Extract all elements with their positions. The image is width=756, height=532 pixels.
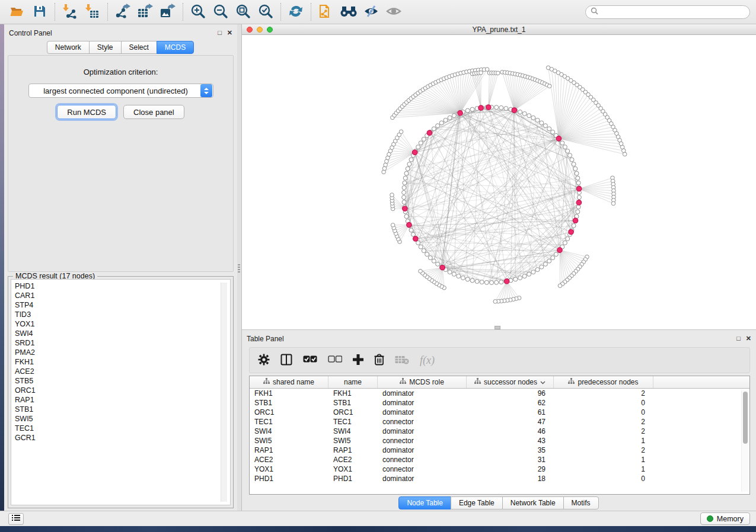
ring-node[interactable]: [572, 162, 576, 166]
ring-node[interactable]: [425, 252, 429, 257]
ring-node[interactable]: [402, 196, 406, 200]
tab-mcds[interactable]: MCDS: [157, 41, 194, 54]
ring-node[interactable]: [452, 272, 456, 276]
optimization-criterion-select[interactable]: largest connected component (undirected): [28, 84, 213, 98]
ring-node[interactable]: [436, 262, 440, 266]
ring-node[interactable]: [422, 137, 426, 141]
mcds-node[interactable]: [427, 130, 432, 135]
result-list-scrollbar[interactable]: [221, 283, 227, 502]
mcds-node[interactable]: [505, 279, 509, 284]
mcds-result-item[interactable]: STP4: [15, 300, 230, 310]
ring-node[interactable]: [448, 270, 452, 274]
table-tab-motifs[interactable]: Motifs: [563, 496, 599, 509]
ring-node[interactable]: [448, 116, 452, 120]
leaf-node[interactable]: [485, 68, 489, 72]
mcds-result-item[interactable]: SWI5: [15, 414, 230, 424]
first-neighbors-button[interactable]: [337, 2, 360, 22]
ring-node[interactable]: [522, 274, 527, 278]
leaf-node[interactable]: [611, 201, 615, 206]
ring-node[interactable]: [575, 171, 579, 175]
ring-node[interactable]: [475, 280, 479, 284]
mcds-result-item[interactable]: TEC1: [15, 424, 230, 433]
column-header-successor-nodes[interactable]: successor nodes: [467, 376, 554, 388]
ring-node[interactable]: [402, 190, 406, 194]
ring-node[interactable]: [531, 270, 535, 274]
ring-node[interactable]: [407, 162, 412, 166]
ring-node[interactable]: [547, 259, 551, 263]
table-row[interactable]: FKH1FKH1dominator962: [250, 389, 749, 398]
ring-node[interactable]: [504, 107, 508, 111]
ring-node[interactable]: [495, 280, 499, 284]
ring-node[interactable]: [566, 237, 570, 241]
mcds-node[interactable]: [403, 206, 407, 211]
mcds-result-item[interactable]: PHD1: [15, 281, 230, 291]
tab-style[interactable]: Style: [89, 41, 122, 54]
ring-node[interactable]: [465, 277, 470, 281]
mcds-result-item[interactable]: GCR1: [15, 433, 230, 443]
close-panel-icon[interactable]: ✕: [227, 30, 232, 36]
ring-node[interactable]: [563, 145, 567, 149]
table-row[interactable]: ACE2ACE2connector311: [250, 455, 749, 464]
leaf-node[interactable]: [623, 152, 627, 156]
leaf-node[interactable]: [390, 193, 394, 197]
mcds-result-item[interactable]: SRD1: [15, 338, 230, 348]
open-file-button[interactable]: [6, 2, 28, 22]
mcds-node[interactable]: [557, 248, 562, 252]
ring-node[interactable]: [402, 200, 406, 204]
apply-layout-button[interactable]: [285, 2, 307, 22]
leaf-node[interactable]: [493, 300, 497, 304]
ring-node[interactable]: [403, 181, 407, 185]
mcds-node[interactable]: [479, 105, 483, 110]
mcds-node[interactable]: [573, 218, 578, 223]
ring-node[interactable]: [484, 280, 489, 284]
ring-node[interactable]: [432, 259, 436, 263]
mcds-result-item[interactable]: ACE2: [15, 367, 230, 376]
column-header-name[interactable]: name: [328, 376, 378, 388]
mcds-node[interactable]: [569, 229, 573, 234]
leaf-node[interactable]: [391, 223, 395, 227]
ring-node[interactable]: [522, 111, 527, 116]
add-column-button[interactable]: [353, 354, 363, 367]
ring-node[interactable]: [452, 114, 456, 118]
mcds-result-item[interactable]: ORC1: [15, 386, 230, 395]
deselect-all-button[interactable]: [328, 355, 342, 365]
save-button[interactable]: [28, 2, 51, 22]
table-scrollbar-thumb[interactable]: [743, 392, 748, 444]
leaf-node[interactable]: [399, 130, 403, 134]
mcds-result-item[interactable]: YOX1: [15, 319, 230, 329]
ring-node[interactable]: [527, 114, 531, 118]
ring-node[interactable]: [576, 210, 580, 214]
close-table-panel-icon[interactable]: ✕: [746, 335, 751, 342]
mcds-result-item[interactable]: SWI4: [15, 329, 230, 338]
zoom-out-button[interactable]: [209, 2, 232, 22]
close-panel-button[interactable]: Close panel: [123, 105, 184, 119]
table-tab-network-table[interactable]: Network Table: [502, 496, 564, 509]
delete-table-button[interactable]: [395, 355, 409, 366]
ring-node[interactable]: [513, 277, 518, 281]
vertical-splitter[interactable]: [237, 24, 241, 511]
ring-node[interactable]: [572, 223, 576, 227]
mcds-result-item[interactable]: RAP1: [15, 395, 230, 405]
table-row[interactable]: TEC1TEC1connector472: [250, 417, 749, 427]
table-scrollbar-track[interactable]: [741, 390, 748, 492]
ring-node[interactable]: [573, 166, 578, 171]
ring-node[interactable]: [577, 196, 581, 200]
table-row[interactable]: SWI4SWI4dominator462: [250, 427, 749, 436]
mcds-result-item[interactable]: STB1: [15, 405, 230, 414]
column-header-MCDS-role[interactable]: MCDS role: [378, 376, 467, 388]
ring-node[interactable]: [419, 245, 423, 249]
leaf-node[interactable]: [558, 284, 562, 288]
ring-node[interactable]: [551, 256, 555, 260]
mcds-result-item[interactable]: FKH1: [15, 357, 230, 367]
ring-node[interactable]: [422, 249, 426, 253]
ring-node[interactable]: [480, 280, 484, 284]
leaf-node[interactable]: [382, 170, 386, 174]
function-builder-button[interactable]: f(x): [420, 354, 435, 367]
column-header-predecessor-nodes[interactable]: predecessor nodes: [554, 376, 653, 388]
ring-node[interactable]: [416, 145, 420, 149]
ring-node[interactable]: [404, 214, 409, 219]
ring-node[interactable]: [495, 105, 499, 110]
tab-select[interactable]: Select: [121, 41, 157, 54]
select-all-button[interactable]: [303, 355, 317, 365]
ring-node[interactable]: [411, 232, 415, 236]
